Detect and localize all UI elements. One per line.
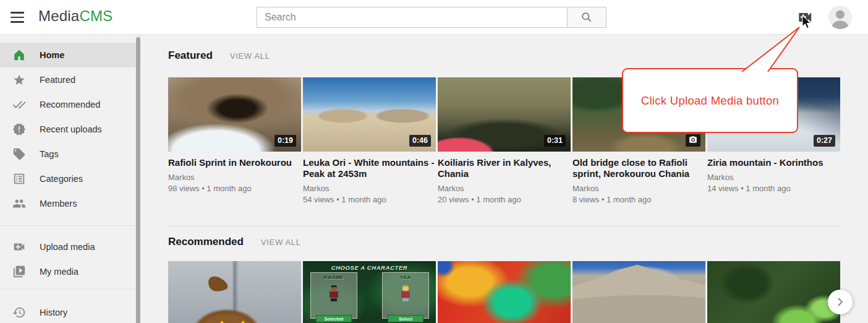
character-panel-left: KWAME Selected [310, 272, 357, 319]
view-all-link[interactable]: VIEW ALL [261, 238, 301, 247]
media-card [168, 261, 301, 323]
character-figure [401, 285, 411, 301]
media-author[interactable]: Markos [438, 184, 571, 193]
sidebar-item-label: Tags [40, 149, 59, 159]
media-author[interactable]: Markos [303, 184, 436, 193]
media-title[interactable]: Ziria mountain - Korinthos [707, 157, 840, 168]
media-author[interactable]: Markos [707, 173, 840, 182]
media-thumbnail[interactable] [168, 261, 301, 323]
media-meta: 98 views • 1 month ago [168, 184, 301, 193]
home-icon [12, 48, 26, 62]
sidebar-divider [0, 225, 135, 226]
sidebar-item-upload-media[interactable]: Upload media [0, 235, 135, 259]
tag-icon [12, 147, 26, 161]
media-thumbnail[interactable] [572, 261, 705, 323]
media-thumbnail[interactable] [438, 261, 571, 323]
section-recommended: Recommended VIEW ALL CHOOSE A CHARACTER [168, 236, 841, 323]
duration-badge: 0:31 [544, 135, 566, 147]
new-releases-icon [12, 123, 26, 136]
sidebar-item-members[interactable]: Members [0, 191, 135, 216]
media-title[interactable]: Rafioli Sprint in Nerokourou [168, 157, 301, 168]
selected-button: Selected [316, 315, 352, 322]
sidebar: Home Featured Recommended Recent uploads… [0, 35, 140, 323]
character-name: KWAME [311, 275, 357, 280]
sidebar-item-label: Featured [40, 75, 75, 85]
media-card: 0:31 Koiliaris River in Kalyves, Chania … [438, 77, 571, 204]
carousel-next-button[interactable] [828, 290, 853, 314]
search-bar [257, 7, 606, 28]
sidebar-item-categories[interactable]: Categories [0, 166, 135, 191]
character-panel-right: YAA Select [382, 272, 429, 319]
done-all-icon [12, 98, 26, 111]
sidebar-item-label: Upload media [40, 242, 95, 252]
media-thumbnail[interactable]: 0:31 [438, 77, 571, 152]
app-logo[interactable]: MediaCMS [38, 7, 113, 25]
sidebar-item-label: History [40, 308, 67, 317]
view-all-link[interactable]: VIEW ALL [230, 51, 270, 61]
game-screen-title: CHOOSE A CHARACTER [303, 264, 436, 271]
camera-badge [686, 134, 700, 147]
user-avatar[interactable] [828, 6, 852, 29]
history-icon [12, 306, 26, 319]
search-icon [581, 11, 593, 24]
annotation-callout: Click Upload Media button [622, 68, 798, 133]
media-author[interactable]: Markos [168, 173, 301, 182]
sidebar-item-label: Home [40, 50, 64, 60]
search-button[interactable] [568, 7, 606, 28]
sidebar-item-label: Categories [40, 174, 83, 184]
media-thumbnail[interactable]: 0:46 [303, 77, 436, 152]
upload-media-icon [12, 240, 26, 254]
sidebar-item-history[interactable]: History [0, 300, 135, 323]
media-thumbnail[interactable]: 0:19 [168, 77, 301, 152]
character-name: YAA [383, 275, 428, 280]
media-thumbnail[interactable]: CHOOSE A CHARACTER KWAME Selected YAA Se… [303, 261, 436, 323]
sidebar-item-label: Recommended [40, 100, 100, 110]
pumpkin-face [168, 261, 301, 323]
sidebar-divider [0, 289, 135, 290]
annotation-text: Click Upload Media button [641, 94, 779, 108]
sidebar-item-recommended[interactable]: Recommended [0, 92, 135, 117]
camera-icon [689, 136, 697, 144]
media-thumbnail[interactable] [707, 261, 840, 323]
media-card [572, 261, 705, 323]
logo-cms: CMS [79, 7, 113, 24]
annotation-pointer [730, 24, 810, 73]
media-card [707, 261, 840, 323]
media-card [438, 261, 571, 323]
sidebar-item-featured[interactable]: Featured [0, 67, 135, 92]
menu-icon[interactable] [9, 9, 26, 26]
media-card: 0:19 Rafioli Sprint in Nerokourou Markos… [168, 77, 301, 204]
duration-badge: 0:46 [409, 135, 431, 147]
search-input[interactable] [257, 7, 568, 28]
character-figure [329, 285, 339, 301]
section-title: Featured [168, 50, 213, 62]
sidebar-scrollbar[interactable] [135, 35, 140, 323]
media-title[interactable]: Leuka Ori - White mountains - Peak at 24… [303, 157, 436, 179]
media-author[interactable]: Markos [572, 184, 705, 193]
mountain-ridge [572, 261, 705, 323]
sidebar-item-label: Members [40, 199, 77, 209]
star-icon [12, 73, 26, 87]
duration-badge: 0:19 [274, 135, 296, 147]
logo-media: Media [38, 7, 79, 24]
media-title[interactable]: Koiliaris River in Kalyves, Chania [438, 157, 571, 179]
sidebar-item-my-media[interactable]: My media [0, 259, 135, 284]
media-card: CHOOSE A CHARACTER KWAME Selected YAA Se… [303, 261, 436, 323]
person-icon [828, 6, 852, 29]
media-meta: 8 views • 1 month ago [572, 195, 705, 204]
members-icon [12, 197, 26, 210]
sidebar-item-recent-uploads[interactable]: Recent uploads [0, 117, 135, 142]
duration-badge: 0:27 [814, 135, 835, 147]
section-title: Recommended [168, 236, 244, 248]
scrollbar-thumb[interactable] [136, 37, 140, 323]
recommended-cards-row: CHOOSE A CHARACTER KWAME Selected YAA Se… [168, 261, 841, 323]
chevron-right-icon [835, 297, 845, 307]
media-meta: 54 views • 1 month ago [303, 195, 436, 204]
media-title[interactable]: Old bridge close to Rafioli sprint, Nero… [572, 157, 705, 179]
sidebar-item-home[interactable]: Home [0, 43, 135, 67]
section-divider [168, 226, 841, 226]
media-meta: 14 views • 1 month ago [707, 184, 840, 193]
sidebar-item-tags[interactable]: Tags [0, 142, 135, 166]
mouse-cursor [802, 15, 813, 31]
select-button: Select [388, 315, 423, 322]
